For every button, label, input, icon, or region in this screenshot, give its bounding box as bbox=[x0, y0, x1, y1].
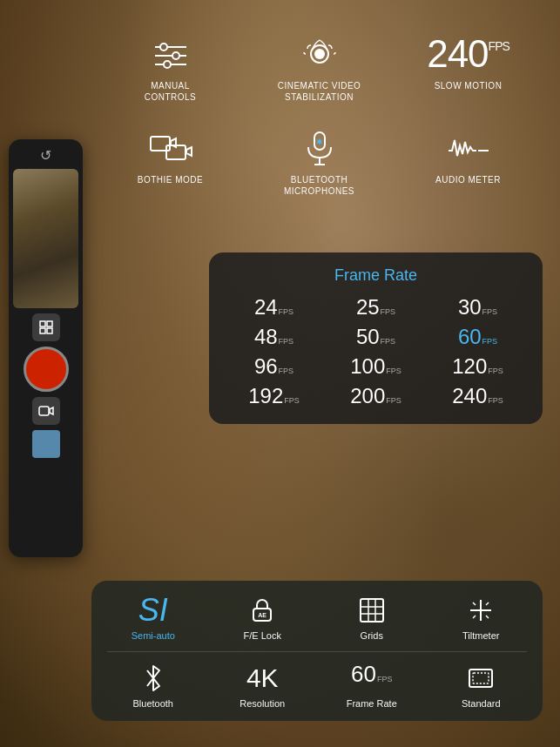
frame-rate-grid: 24FPS 25FPS 30FPS 48FPS 50FPS 60FPS 96FP… bbox=[226, 295, 525, 408]
video-mode-button[interactable] bbox=[32, 397, 60, 425]
svg-line-30 bbox=[486, 602, 489, 605]
frame-rate-panel: Frame Rate 24FPS 25FPS 30FPS 48FPS 50FPS… bbox=[209, 252, 543, 424]
svg-rect-3 bbox=[47, 328, 52, 333]
resolution-label: Resolution bbox=[240, 698, 285, 709]
fps-96[interactable]: 96FPS bbox=[226, 354, 321, 379]
record-button[interactable] bbox=[24, 347, 69, 392]
svg-line-29 bbox=[473, 602, 476, 605]
phone-viewfinder bbox=[13, 169, 78, 308]
refresh-icon: ↺ bbox=[37, 146, 55, 164]
bottom-bluetooth[interactable]: Bluetooth bbox=[100, 663, 206, 709]
standard-label: Standard bbox=[462, 698, 501, 709]
grids-label: Grids bbox=[361, 630, 383, 641]
bottom-standard[interactable]: Standard bbox=[428, 663, 535, 709]
feature-cinematic-video[interactable]: CINEMATIC VIDEO STABILIZATION bbox=[263, 35, 376, 103]
bothie-label: BOTHIE MODE bbox=[138, 174, 204, 185]
bottom-resolution[interactable]: 4K Resolution bbox=[210, 663, 316, 709]
manual-controls-label: MANUAL CONTROLS bbox=[145, 80, 197, 103]
fps-30[interactable]: 30FPS bbox=[430, 295, 525, 320]
svg-point-10 bbox=[164, 61, 171, 68]
standard-icon bbox=[467, 663, 495, 694]
bottom-tiltmeter[interactable]: Tiltmeter bbox=[428, 595, 535, 641]
fps-240[interactable]: 240FPS bbox=[430, 384, 525, 408]
bluetooth-label: Bluetooth bbox=[133, 698, 173, 709]
semi-auto-label: Semi-auto bbox=[132, 630, 175, 641]
fps-192[interactable]: 192FPS bbox=[226, 384, 321, 408]
slow-motion-icon: 240 FPS bbox=[427, 35, 509, 73]
slow-motion-label: SLOW MOTION bbox=[435, 80, 503, 91]
svg-rect-1 bbox=[47, 321, 52, 326]
bottom-semi-auto[interactable]: SI Semi-auto bbox=[100, 595, 206, 641]
feature-slow-motion[interactable]: 240 FPS SLOW MOTION bbox=[412, 35, 525, 91]
manual-controls-icon bbox=[152, 35, 190, 73]
feature-row-2: BOTHIE MODE ✱ BLUETOOTH MICROPHONES bbox=[96, 129, 543, 197]
phone-mockup: ↺ bbox=[9, 139, 83, 557]
svg-rect-34 bbox=[473, 673, 489, 683]
svg-line-31 bbox=[473, 616, 476, 618]
si-icon: SI bbox=[138, 595, 168, 626]
feature-audio-meter[interactable]: AUDIO METER bbox=[412, 129, 525, 185]
svg-rect-33 bbox=[469, 670, 492, 687]
resolution-icon: 4K bbox=[246, 663, 279, 694]
gallery-button[interactable] bbox=[32, 430, 60, 458]
frame-rate-icon: 60FPS bbox=[351, 663, 392, 694]
svg-rect-0 bbox=[40, 321, 45, 326]
svg-rect-2 bbox=[40, 328, 45, 333]
svg-point-8 bbox=[160, 44, 167, 50]
audio-meter-icon bbox=[447, 129, 490, 167]
fps-24[interactable]: 24FPS bbox=[226, 295, 321, 320]
svg-text:AE: AE bbox=[258, 612, 267, 618]
fps-25[interactable]: 25FPS bbox=[328, 295, 423, 320]
phone-grid-button[interactable] bbox=[32, 313, 60, 341]
fe-lock-label: F/E Lock bbox=[244, 630, 281, 641]
panel-divider bbox=[107, 651, 527, 652]
cinematic-video-icon bbox=[300, 35, 339, 73]
svg-rect-22 bbox=[361, 599, 383, 622]
feature-row-1: MANUAL CONTROLS CINEMATIC bbox=[96, 35, 543, 103]
fps-240-value: 240 bbox=[427, 35, 488, 73]
svg-point-12 bbox=[314, 49, 325, 59]
audio-meter-label: AUDIO METER bbox=[435, 174, 501, 185]
fps-120[interactable]: 120FPS bbox=[430, 354, 525, 379]
bothie-icon bbox=[149, 129, 192, 167]
cinematic-label: CINEMATIC VIDEO STABILIZATION bbox=[278, 80, 361, 103]
bottom-row-1: SI Semi-auto AE F/E Lock bbox=[100, 595, 534, 641]
tiltmeter-label: Tiltmeter bbox=[462, 630, 499, 641]
frame-rate-title: Frame Rate bbox=[226, 266, 525, 285]
fps-60[interactable]: 60FPS bbox=[430, 325, 525, 349]
fps-50[interactable]: 50FPS bbox=[328, 325, 423, 349]
bluetooth-mic-label: BLUETOOTH MICROPHONES bbox=[284, 174, 354, 197]
grids-icon bbox=[358, 595, 386, 626]
feature-bluetooth-mic[interactable]: ✱ BLUETOOTH MICROPHONES bbox=[263, 129, 376, 197]
bottom-panel: SI Semi-auto AE F/E Lock bbox=[91, 581, 543, 721]
fps-48[interactable]: 48FPS bbox=[226, 325, 321, 349]
fps-240-unit: FPS bbox=[489, 40, 509, 52]
bottom-grids[interactable]: Grids bbox=[319, 595, 425, 641]
svg-point-9 bbox=[172, 52, 179, 59]
bluetooth-icon bbox=[142, 663, 165, 694]
bottom-row-2: Bluetooth 4K Resolution 60FPS Frame Rate bbox=[100, 663, 534, 709]
svg-text:✱: ✱ bbox=[316, 138, 323, 146]
bottom-frame-rate[interactable]: 60FPS Frame Rate bbox=[319, 663, 425, 709]
bottom-fe-lock[interactable]: AE F/E Lock bbox=[210, 595, 316, 641]
features-section: MANUAL CONTROLS CINEMATIC bbox=[96, 35, 543, 197]
tiltmeter-icon bbox=[467, 595, 495, 626]
fe-lock-icon: AE bbox=[248, 595, 276, 626]
feature-manual-controls[interactable]: MANUAL CONTROLS bbox=[114, 35, 227, 103]
svg-rect-4 bbox=[39, 407, 49, 415]
bluetooth-mic-icon: ✱ bbox=[300, 129, 340, 167]
frame-rate-label: Frame Rate bbox=[347, 698, 397, 709]
svg-line-32 bbox=[486, 616, 489, 618]
fps-100[interactable]: 100FPS bbox=[328, 354, 423, 379]
fps-200[interactable]: 200FPS bbox=[328, 384, 423, 408]
main-content: ↺ bbox=[0, 0, 560, 747]
feature-bothie[interactable]: BOTHIE MODE bbox=[114, 129, 227, 185]
